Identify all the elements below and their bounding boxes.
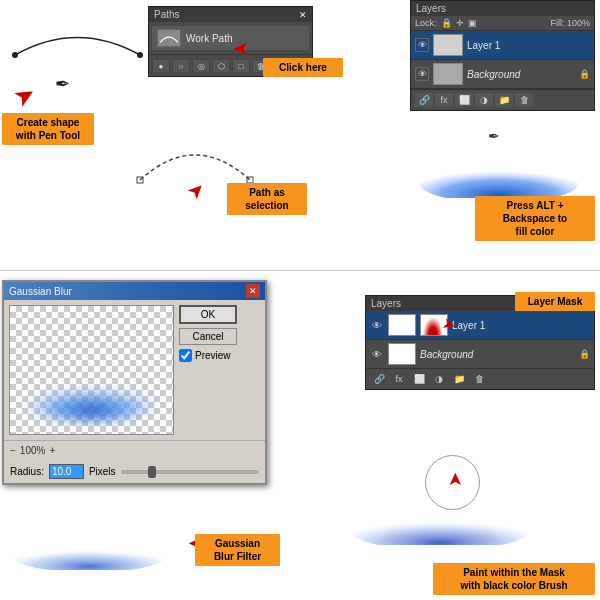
layer1-name-bottom: Layer 1 (452, 320, 590, 331)
gaussian-blur-label: Gaussian Blur Filter (195, 534, 280, 566)
lock-label: Lock: (415, 18, 437, 28)
eye-icon-bg-top[interactable]: 👁 (415, 67, 429, 81)
gaussian-zoom-bar: − 100% + (4, 440, 265, 460)
mask-btn-b[interactable]: ⬜ (410, 372, 428, 386)
adjust-btn-b[interactable]: ◑ (430, 372, 448, 386)
group-btn[interactable]: 📁 (495, 93, 513, 107)
background-row-bottom[interactable]: 👁 Background 🔒 (366, 340, 594, 369)
new-path-btn[interactable]: □ (232, 59, 250, 73)
stroke-path-btn[interactable]: ○ (172, 59, 190, 73)
layer-mask-label: Layer Mask (515, 292, 595, 311)
svg-point-7 (352, 514, 528, 545)
paths-panel-body: Work Path (149, 22, 312, 54)
background-name-bottom: Background (420, 349, 575, 360)
pen-cursor-icon: ✒ (55, 73, 70, 95)
layers-top-panel: Layers Lock: 🔒 ✛ ▣ Fill: 100% 👁 Layer 1 … (410, 0, 595, 111)
svg-point-4 (419, 163, 579, 198)
background-name-top: Background (467, 69, 575, 80)
gaussian-preview-area (9, 305, 174, 435)
zoom-in-icon[interactable]: + (49, 445, 55, 456)
lock-pos-icon: ✛ (456, 18, 464, 28)
gaussian-preview-label: Preview (195, 350, 231, 361)
svg-point-0 (12, 52, 18, 58)
link-layers-btn[interactable]: 🔗 (415, 93, 433, 107)
horizontal-divider (0, 270, 600, 271)
load-selection-btn[interactable]: ◎ (192, 59, 210, 73)
mask-btn[interactable]: ⬜ (455, 93, 473, 107)
lock-icon: 🔒 (441, 18, 452, 28)
layers-top-header: Layers (411, 1, 594, 16)
layers-bottom-toolbar: 🔗 fx ⬜ ◑ 📁 🗑 (366, 369, 594, 389)
fill-path-btn[interactable]: ● (152, 59, 170, 73)
fx-btn-b[interactable]: fx (390, 372, 408, 386)
work-path-label: Work Path (186, 33, 233, 44)
gaussian-preview-checkbox-label[interactable]: Preview (179, 349, 237, 362)
svg-point-1 (137, 52, 143, 58)
gaussian-preview-checkbox[interactable] (179, 349, 192, 362)
layer1-thumb-top (433, 34, 463, 56)
gaussian-blur-title: Gaussian Blur (9, 286, 72, 297)
work-path-row[interactable]: Work Path (152, 26, 309, 50)
lock-bg-top: 🔒 (579, 69, 590, 79)
arrow-pen-tool: ➤ (11, 82, 38, 110)
gaussian-blur-titlebar: Gaussian Blur ✕ (4, 282, 265, 300)
layer1-row-top[interactable]: 👁 Layer 1 (411, 31, 594, 60)
layers-top-toolbar: 🔗 fx ⬜ ◑ 📁 🗑 (411, 89, 594, 110)
background-thumb-bottom (388, 343, 416, 365)
make-selection-btn[interactable]: ⬡ (212, 59, 230, 73)
fill-label: Fill: 100% (550, 18, 590, 28)
background-thumb-top (433, 63, 463, 85)
gaussian-radius-row: Radius: Pixels (4, 460, 265, 483)
fx-btn[interactable]: fx (435, 93, 453, 107)
lock-px-icon: ▣ (468, 18, 477, 28)
click-here-label: Click here (263, 58, 343, 77)
arc-curve-svg (10, 15, 145, 65)
press-alt-label: Press ALT + Backspace to fill color (475, 196, 595, 241)
layer1-white-thumb (388, 314, 416, 336)
gaussian-ok-button[interactable]: OK (179, 305, 237, 324)
group-btn-b[interactable]: 📁 (450, 372, 468, 386)
radius-input[interactable] (49, 464, 84, 479)
lock-bar: Lock: 🔒 ✛ ▣ Fill: 100% (411, 16, 594, 31)
lock-bg-bottom: 🔒 (579, 349, 590, 359)
paths-panel-titlebar: Paths ✕ (149, 7, 312, 22)
path-as-selection-label: Path as selection (227, 183, 307, 215)
eye-icon-layer1-bottom[interactable]: 👁 (370, 318, 384, 332)
eye-icon-layer1-top[interactable]: 👁 (415, 38, 429, 52)
radius-slider[interactable] (121, 470, 259, 474)
layer1-name-top: Layer 1 (467, 40, 590, 51)
gaussian-controls: OK Cancel Preview (179, 305, 237, 435)
zoom-percent: 100% (20, 445, 46, 456)
zoom-out-icon[interactable]: − (10, 445, 16, 456)
eye-icon-bg-bottom[interactable]: 👁 (370, 347, 384, 361)
pen-tool-area: ✒ ➤ (5, 5, 145, 125)
layers-top-title: Layers (416, 3, 446, 14)
paths-panel-close[interactable]: ✕ (299, 10, 307, 20)
pen-cursor-top-right: ✒ (488, 128, 500, 144)
background-row-top[interactable]: 👁 Background 🔒 (411, 60, 594, 89)
gaussian-cancel-button[interactable]: Cancel (179, 328, 237, 345)
link-layers-btn-b[interactable]: 🔗 (370, 372, 388, 386)
pixels-label: Pixels (89, 466, 116, 477)
delete-layer-btn[interactable]: 🗑 (515, 93, 533, 107)
create-shape-label: Create shape with Pen Tool (2, 113, 94, 145)
svg-point-6 (14, 544, 164, 570)
arrow-paint-mask: ➤ (444, 472, 466, 487)
svg-point-5 (22, 378, 160, 421)
blue-stroke-bl-svg (2, 520, 177, 570)
paths-panel-title: Paths (154, 9, 180, 20)
paint-mask-label: Paint within the Mask with black color B… (433, 563, 595, 595)
path-thumbnail (157, 29, 181, 47)
adjust-btn[interactable]: ◑ (475, 93, 493, 107)
gaussian-blur-dialog[interactable]: Gaussian Blur ✕ OK (2, 280, 267, 485)
gaussian-blur-close[interactable]: ✕ (246, 284, 260, 298)
layers-bottom-title: Layers (371, 298, 401, 309)
arrow-work-path: ➤ (232, 36, 249, 60)
radius-label: Radius: (10, 466, 44, 477)
gaussian-blur-body: OK Cancel Preview (4, 300, 265, 440)
layer1-row-bottom[interactable]: 👁 Layer 1 (366, 311, 594, 340)
radius-slider-thumb[interactable] (148, 466, 156, 478)
delete-layer-btn-b[interactable]: 🗑 (470, 372, 488, 386)
